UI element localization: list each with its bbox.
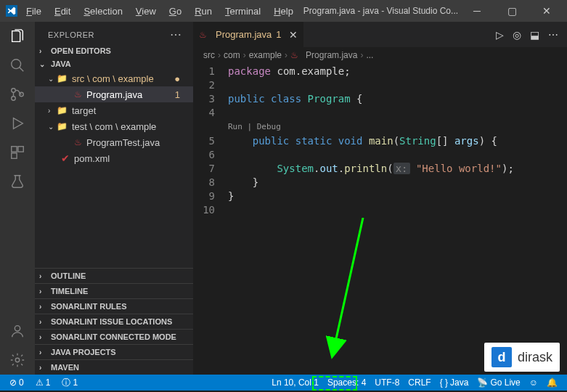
menu-edit[interactable]: Edit	[49, 3, 76, 20]
folder-icon: 📁	[57, 73, 68, 83]
status-warnings[interactable]: ⚠ 1	[32, 377, 54, 388]
dirask-logo-icon: d	[491, 347, 512, 367]
debug-icon[interactable]	[9, 115, 26, 132]
maven-panel[interactable]: ›MAVEN	[35, 359, 193, 375]
maximize-button[interactable]: ▢	[497, 5, 526, 17]
outline-panel[interactable]: ›OUTLINE	[35, 268, 193, 283]
extensions-icon[interactable]	[9, 144, 26, 161]
title-bar: File Edit Selection View Go Run Terminal…	[0, 0, 567, 22]
search-icon[interactable]	[9, 57, 26, 74]
editor-area: ♨ Program.java 1 ✕ ▷ ◎ ⬓ ⋯ src› com› exa…	[193, 22, 567, 375]
code-editor[interactable]: 1package com.example; 2 3public class Pr…	[193, 63, 567, 217]
status-eol[interactable]: CRLF	[404, 377, 434, 388]
tree-file-pom[interactable]: ✔pom.xml	[35, 150, 193, 166]
tree-folder-test[interactable]: ⌄📁test \ com \ example	[35, 118, 193, 134]
tab-program[interactable]: ♨ Program.java 1 ✕	[193, 22, 303, 47]
status-feedback-icon[interactable]: ☺	[526, 377, 542, 388]
open-editors-panel[interactable]: ›OPEN EDITORS	[35, 44, 193, 57]
svg-point-0	[12, 60, 21, 69]
more-actions-icon[interactable]: ⋯	[548, 29, 558, 41]
tree-folder-target[interactable]: ›📁target	[35, 102, 193, 118]
java-file-icon: ♨	[74, 137, 82, 147]
svg-point-2	[12, 89, 16, 93]
java-projects-panel[interactable]: ›JAVA PROJECTS	[35, 344, 193, 359]
sonarlint-issues-panel[interactable]: ›SONARLINT ISSUE LOCATIONS	[35, 314, 193, 329]
window-title: Program.java - java - Visual Studio Co..…	[302, 6, 460, 16]
sonarlint-connected-panel[interactable]: ›SONARLINT CONNECTED MODE	[35, 329, 193, 344]
maven-icon: ✔	[61, 152, 70, 164]
menu-view[interactable]: View	[130, 3, 162, 20]
activity-bar	[0, 22, 35, 375]
settings-icon[interactable]	[9, 351, 26, 369]
status-info[interactable]: ⓘ 1	[58, 377, 81, 389]
svg-marker-5	[14, 118, 23, 129]
status-golive[interactable]: 📡 Go Live	[473, 377, 523, 388]
svg-line-1	[20, 68, 24, 72]
menu-selection[interactable]: Selection	[78, 3, 128, 20]
close-tab-icon[interactable]: ✕	[289, 29, 298, 41]
menu-go[interactable]: Go	[163, 3, 187, 20]
folder-icon: 📁	[57, 105, 68, 115]
status-bell-icon[interactable]: 🔔	[543, 377, 561, 388]
run-button[interactable]: ▷	[496, 29, 504, 41]
svg-rect-7	[18, 147, 23, 152]
status-language[interactable]: { } Java	[436, 377, 473, 388]
tree-folder-src[interactable]: ⌄📁src \ com \ example●	[35, 70, 193, 86]
menu-run[interactable]: Run	[189, 3, 218, 20]
codelens-run[interactable]: Run	[228, 122, 242, 131]
status-encoding[interactable]: UTF-8	[371, 377, 403, 388]
svg-rect-8	[12, 153, 17, 158]
minimize-button[interactable]: ─	[462, 5, 491, 17]
account-icon[interactable]	[9, 322, 26, 340]
java-file-icon: ♨	[290, 50, 298, 60]
svg-point-3	[12, 97, 16, 101]
status-errors[interactable]: ⊘ 0	[6, 377, 28, 388]
vscode-icon	[6, 5, 17, 17]
source-control-icon[interactable]	[9, 86, 26, 103]
explorer-more-icon[interactable]: ⋯	[170, 28, 183, 41]
tree-file-program[interactable]: ♨Program.java1	[35, 86, 193, 102]
status-spaces[interactable]: Spaces: 4	[324, 377, 370, 388]
target-icon[interactable]: ◎	[513, 29, 521, 41]
svg-point-10	[15, 358, 20, 362]
project-panel[interactable]: ⌄JAVA	[35, 57, 193, 70]
java-file-icon: ♨	[74, 89, 82, 99]
codelens-debug[interactable]: Debug	[257, 122, 281, 131]
tree-file-programtest[interactable]: ♨ProgramTest.java	[35, 134, 193, 150]
svg-point-9	[15, 326, 20, 331]
breadcrumb[interactable]: src› com› example› ♨Program.java› ...	[193, 47, 567, 63]
svg-rect-6	[12, 147, 17, 152]
java-file-icon: ♨	[199, 30, 207, 40]
sidebar: EXPLORER ⋯ ›OPEN EDITORS ⌄JAVA ⌄📁src \ c…	[35, 22, 193, 375]
menu-help[interactable]: Help	[268, 3, 299, 20]
tab-bar: ♨ Program.java 1 ✕ ▷ ◎ ⬓ ⋯	[193, 22, 567, 47]
explorer-icon[interactable]	[9, 28, 26, 45]
codelens: Run | Debug	[193, 120, 567, 134]
status-line-col[interactable]: Ln 10, Col 1	[268, 377, 322, 388]
timeline-panel[interactable]: ›TIMELINE	[35, 283, 193, 298]
folder-icon: 📁	[57, 121, 68, 131]
close-button[interactable]: ✕	[532, 5, 561, 17]
explorer-title: EXPLORER	[48, 30, 94, 39]
menu-file[interactable]: File	[20, 3, 47, 20]
split-editor-icon[interactable]: ⬓	[530, 29, 539, 41]
testing-icon[interactable]	[9, 173, 26, 190]
status-bar: ⊘ 0 ⚠ 1 ⓘ 1 Ln 10, Col 1 Spaces: 4 UTF-8…	[0, 375, 567, 391]
watermark: d dirask	[484, 343, 560, 372]
sonarlint-rules-panel[interactable]: ›SONARLINT RULES	[35, 298, 193, 314]
menu-bar: File Edit Selection View Go Run Terminal…	[20, 3, 299, 20]
menu-terminal[interactable]: Terminal	[219, 3, 266, 20]
